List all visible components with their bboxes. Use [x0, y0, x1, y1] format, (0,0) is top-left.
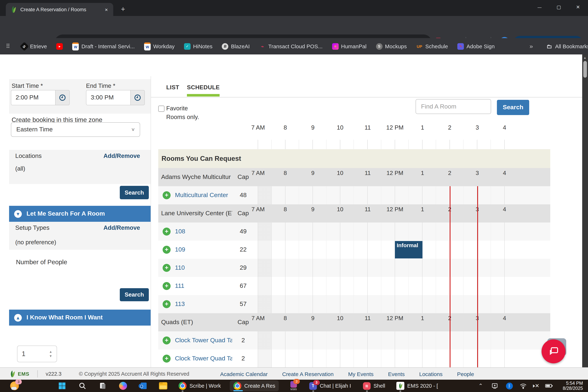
taskbar-window-shell[interactable]: ≋ Shell: [363, 382, 385, 390]
taskbar-window-teams[interactable]: T 3 Chat | Elijah I: [309, 382, 351, 390]
window-close-button[interactable]: [568, 0, 588, 14]
shell-icon: ≋: [363, 382, 370, 390]
room-link[interactable]: 109: [175, 246, 185, 253]
tab-schedule[interactable]: SCHEDULE: [187, 84, 220, 91]
tab-list[interactable]: LIST: [166, 84, 179, 91]
footer-link-locations[interactable]: Locations: [419, 371, 442, 377]
add-room-icon[interactable]: [162, 191, 170, 199]
number-of-people-stepper[interactable]: 1 ▲▼: [17, 346, 57, 362]
room-link[interactable]: 111: [175, 282, 184, 290]
find-a-room-input[interactable]: [416, 99, 491, 114]
room-link[interactable]: Multicultural Center: [175, 192, 228, 199]
add-room-icon[interactable]: [162, 264, 170, 272]
let-me-search-section-header[interactable]: ▼ Let Me Search For A Room: [9, 206, 151, 222]
sidebar-search-button-2[interactable]: Search: [120, 288, 149, 301]
add-room-icon[interactable]: [162, 228, 170, 236]
tray-date: 8/28/2025: [563, 386, 583, 391]
bookmark-etrieve[interactable]: SEtrieve: [21, 43, 47, 50]
tray-battery-icon[interactable]: [545, 383, 553, 388]
add-room-icon[interactable]: [162, 246, 170, 254]
booking-event-block[interactable]: Informal: [395, 241, 422, 258]
screen: Create A Reservation / Rooms ← → ⟳ sched…: [0, 0, 588, 392]
footer-link-events[interactable]: Events: [388, 371, 405, 377]
start-button[interactable]: [58, 382, 66, 390]
browser-tab[interactable]: Create A Reservation / Rooms: [6, 3, 113, 16]
room-timeline[interactable]: [254, 350, 550, 367]
locations-add-remove-link[interactable]: Add/Remove: [104, 152, 140, 159]
room-timeline[interactable]: [254, 277, 550, 295]
favorite-rooms-checkbox[interactable]: [158, 106, 164, 112]
new-tab-button[interactable]: [118, 4, 128, 14]
bookmark-transact[interactable]: ⌁Transact Cloud POS...: [259, 43, 322, 50]
apps-grid-icon[interactable]: [6, 43, 10, 50]
room-link[interactable]: 113: [175, 300, 185, 308]
add-room-icon[interactable]: [162, 282, 170, 290]
weather-widget[interactable]: 3: [10, 382, 19, 390]
i-know-room-section-header[interactable]: ▲ I Know What Room I Want: [9, 310, 151, 326]
stepper-arrows-icon[interactable]: ▲▼: [49, 350, 52, 358]
taskbar-window-scribe[interactable]: Scribe | Work: [178, 382, 221, 390]
setup-types-add-remove-link[interactable]: Add/Remove: [104, 224, 140, 231]
chat-fab-button[interactable]: [542, 339, 566, 363]
bookmark-workday[interactable]: WWorkday: [144, 42, 174, 50]
end-time-input[interactable]: [86, 90, 130, 105]
room-link[interactable]: Clock Tower Quad Ta: [175, 337, 232, 344]
bookmark-schedule[interactable]: UPSchedule: [416, 43, 448, 50]
outlook-button[interactable]: [139, 382, 147, 390]
start-time-picker-button[interactable]: [55, 90, 70, 105]
taskbar-window-active-chrome[interactable]: Create A Res: [230, 380, 279, 391]
taskbar-search-button[interactable]: [78, 382, 86, 390]
tray-volume-muted-icon[interactable]: 🕨✕: [532, 382, 539, 389]
scroll-up-arrow-icon[interactable]: [583, 56, 586, 60]
tray-bluetooth-icon[interactable]: ᛒ: [506, 382, 513, 389]
bookmark-blazeai[interactable]: BBlazeAI: [222, 43, 250, 50]
bookmark-humanpal[interactable]: ≡HumanPal: [332, 43, 366, 50]
page-scrollbar[interactable]: [582, 54, 588, 367]
footer-link-create-reservation[interactable]: Create A Reservation: [282, 371, 334, 377]
room-link[interactable]: Clock Tower Quad Ta: [175, 355, 232, 362]
task-view-button[interactable]: [99, 382, 107, 390]
end-time-picker-button[interactable]: [130, 90, 145, 105]
add-room-icon[interactable]: [162, 354, 170, 362]
bookmark-draft[interactable]: WDraft - Internal Servi...: [72, 42, 135, 50]
room-timeline[interactable]: [254, 332, 550, 350]
window-maximize-button[interactable]: [549, 0, 568, 14]
copilot-button[interactable]: [119, 382, 127, 390]
start-time-input[interactable]: [11, 90, 55, 105]
footer-link-academic-calendar[interactable]: Academic Calendar: [220, 371, 268, 377]
room-row-clock-tower-1: Clock Tower Quad Ta 2: [158, 332, 550, 350]
room-timeline[interactable]: [254, 259, 550, 277]
timezone-select[interactable]: Eastern Time: [11, 122, 140, 137]
add-room-icon[interactable]: [162, 300, 170, 308]
bookmark-hinotes[interactable]: ✓HiNotes: [184, 43, 212, 50]
footer-link-my-events[interactable]: My Events: [348, 371, 374, 377]
bookmark-adobe-sign[interactable]: ✎Adobe Sign: [458, 43, 495, 50]
bookmarks-overflow-icon[interactable]: [530, 43, 533, 50]
room-link[interactable]: 108: [175, 228, 185, 235]
sidebar-search-button[interactable]: Search: [120, 186, 149, 199]
tab-close-icon[interactable]: [103, 6, 110, 13]
room-link[interactable]: 110: [175, 264, 185, 272]
all-bookmarks-button[interactable]: All Bookmarks: [546, 43, 588, 50]
footer-link-people[interactable]: People: [457, 371, 474, 377]
room-timeline[interactable]: [254, 295, 550, 313]
add-room-icon[interactable]: [162, 336, 170, 344]
tray-cast-icon[interactable]: [492, 382, 498, 389]
room-timeline[interactable]: [254, 186, 550, 204]
setup-types-value: (no preference): [15, 239, 56, 246]
tray-chevron-icon[interactable]: ⌃: [478, 382, 483, 389]
file-explorer-button[interactable]: [159, 382, 167, 390]
locations-label: Locations: [15, 152, 42, 160]
room-timeline[interactable]: [254, 222, 550, 241]
bookmark-mockups[interactable]: SMockups: [376, 43, 407, 50]
room-timeline[interactable]: Informal: [254, 241, 550, 259]
window-minimize-button[interactable]: [530, 0, 549, 14]
find-room-search-button[interactable]: Search: [497, 100, 529, 115]
chrome-icon: [178, 382, 186, 390]
tray-clock[interactable]: 5:54 PM 8/28/2025: [563, 381, 583, 391]
scrollbar-thumb[interactable]: [583, 61, 587, 78]
taskbar-m365-button[interactable]: 3 M365: [290, 381, 297, 390]
bookmark-youtube[interactable]: ▸: [56, 43, 63, 50]
tray-wifi-icon[interactable]: [520, 382, 527, 389]
taskbar-window-ems[interactable]: EMS 2020 - [: [396, 382, 438, 390]
